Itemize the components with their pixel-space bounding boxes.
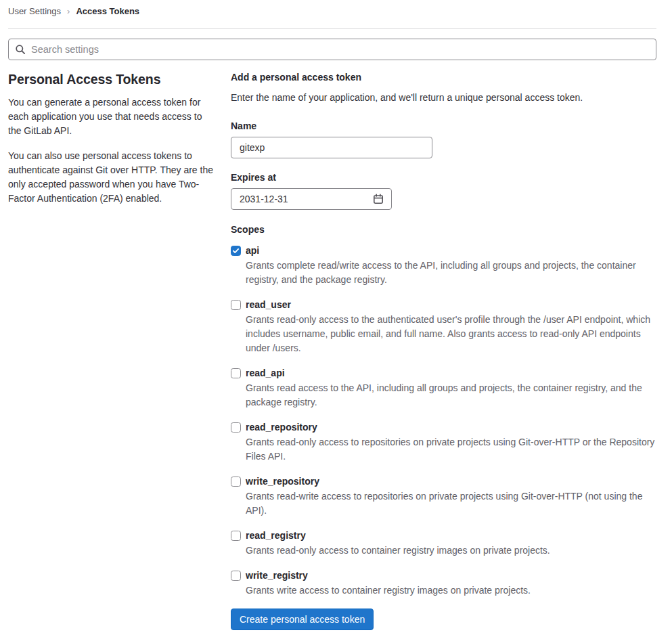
chevron-right-icon: › [67, 7, 70, 16]
scope-name: write_repository [246, 474, 319, 489]
scope-name: api [246, 244, 259, 258]
search-input[interactable] [8, 39, 656, 60]
form-title: Add a personal access token [231, 72, 656, 83]
form-description: Enter the name of your application, and … [231, 91, 656, 105]
access-token-form: Add a personal access token Enter the na… [231, 60, 656, 641]
settings-page: User Settings › Access Tokens Personal A… [0, 0, 672, 641]
breadcrumb-access-tokens: Access Tokens [76, 6, 139, 16]
section-paragraph: You can also use personal access tokens … [8, 149, 217, 206]
scope-description: Grants complete read/write access to the… [246, 259, 656, 287]
scope-item-write-repository: write_repository Grants read-write acces… [231, 474, 656, 518]
section-paragraph: You can generate a personal access token… [8, 95, 217, 138]
scope-description: Grants write access to container registr… [246, 583, 656, 598]
scope-item-read-api: read_api Grants read access to the API, … [231, 366, 656, 410]
expires-at-input[interactable] [231, 188, 392, 210]
scope-description: Grants read-only access to container reg… [246, 544, 656, 558]
scope-description: Grants read-only access to repositories … [246, 435, 656, 464]
scope-description: Grants read access to the API, including… [246, 381, 656, 410]
checkbox-api[interactable] [231, 246, 241, 256]
checkbox-read-repository[interactable] [231, 422, 241, 433]
scope-item-api: api Grants complete read/write access to… [231, 244, 656, 287]
expires-at-label: Expires at [231, 172, 656, 183]
search-settings-box [8, 39, 656, 60]
checkbox-write-registry[interactable] [231, 571, 241, 581]
scope-description: Grants read-only access to the authentic… [246, 313, 656, 355]
scope-item-read-user: read_user Grants read-only access to the… [231, 298, 656, 355]
token-name-input[interactable] [231, 137, 432, 158]
checkbox-read-user[interactable] [231, 300, 241, 310]
scope-name: read_registry [246, 529, 306, 543]
breadcrumb-user-settings[interactable]: User Settings [8, 6, 61, 16]
checkbox-read-registry[interactable] [231, 531, 241, 541]
scope-name: read_user [246, 298, 291, 312]
scope-item-write-registry: write_registry Grants write access to co… [231, 569, 656, 598]
scope-item-read-registry: read_registry Grants read-only access to… [231, 529, 656, 558]
section-description: Personal Access Tokens You can generate … [8, 60, 217, 217]
header-divider [8, 28, 656, 29]
scopes-label: Scopes [231, 224, 656, 235]
scope-description: Grants read-write access to repositories… [246, 489, 656, 518]
scope-name: read_repository [246, 420, 317, 435]
create-token-button[interactable]: Create personal access token [231, 609, 374, 630]
scope-name: read_api [246, 366, 285, 380]
checkbox-write-repository[interactable] [231, 477, 241, 487]
name-label: Name [231, 120, 656, 131]
scope-name: write_registry [246, 569, 308, 583]
page-title: Personal Access Tokens [8, 72, 217, 87]
checkbox-read-api[interactable] [231, 368, 241, 378]
breadcrumb: User Settings › Access Tokens [8, 0, 656, 16]
scope-item-read-repository: read_repository Grants read-only access … [231, 420, 656, 464]
